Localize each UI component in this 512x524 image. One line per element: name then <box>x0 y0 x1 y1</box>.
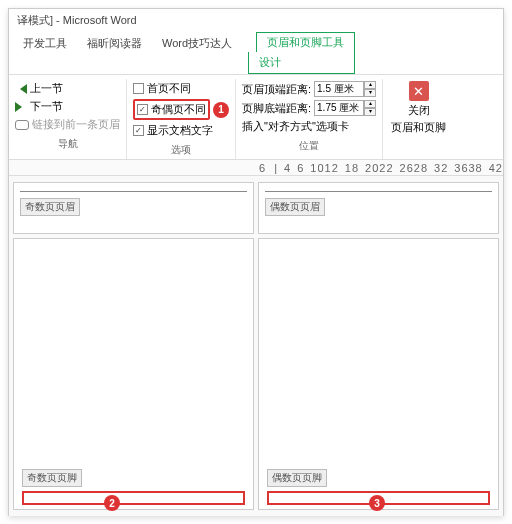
spin-up-icon[interactable]: ▴ <box>364 100 376 108</box>
tab-design[interactable]: 设计 <box>248 52 355 74</box>
callout-3: 3 <box>369 495 385 511</box>
link-previous-button[interactable]: 链接到前一条页眉 <box>15 117 120 132</box>
callout-1: 1 <box>213 102 229 118</box>
tab-dev[interactable]: 开发工具 <box>13 32 77 74</box>
group-label-nav: 导航 <box>15 137 120 151</box>
spin-down-icon[interactable]: ▾ <box>364 89 376 97</box>
checkbox-checked-icon: ✓ <box>137 104 148 115</box>
even-page-column: 偶数页页眉 偶数页页脚 3 <box>258 182 499 510</box>
odd-header-tag: 奇数页页眉 <box>20 198 80 216</box>
context-tab-title: 页眉和页脚工具 <box>256 32 355 52</box>
header-top-spinner[interactable]: ▴▾ <box>314 81 376 97</box>
close-group: ✕ 关闭 页眉和页脚 <box>385 79 452 159</box>
arrow-left-icon <box>15 84 27 94</box>
ruler: 8 6 4|461012182022262832363842 <box>9 160 503 176</box>
close-button[interactable]: ✕ <box>409 81 429 101</box>
next-section-button[interactable]: 下一节 <box>15 99 120 114</box>
odd-footer-highlight <box>22 491 245 505</box>
group-options: 首页不同 ✓奇偶页不同 1 ✓显示文档文字 选项 <box>129 79 236 159</box>
checkbox-icon <box>133 83 144 94</box>
group-position: 页眉顶端距离: ▴▾ 页脚底端距离: ▴▾ 插入"对齐方式"选项卡 位置 <box>238 79 383 159</box>
link-icon <box>15 120 29 130</box>
show-text-checkbox[interactable]: ✓显示文档文字 <box>133 123 229 138</box>
group-label-options: 选项 <box>133 143 229 157</box>
tab-tips[interactable]: Word技巧达人 <box>152 32 242 74</box>
even-page-header[interactable]: 偶数页页眉 <box>258 182 499 234</box>
odd-footer-tag: 奇数页页脚 <box>22 469 82 487</box>
insert-align-tab-button[interactable]: 插入"对齐方式"选项卡 <box>242 119 376 134</box>
odd-page-header[interactable]: 奇数页页眉 <box>13 182 254 234</box>
page-area: 奇数页页眉 奇数页页脚 2 偶数页页眉 偶数页页脚 3 <box>9 176 503 516</box>
ribbon-tabs: 开发工具 福昕阅读器 Word技巧达人 页眉和页脚工具 设计 <box>9 32 503 75</box>
prev-section-button[interactable]: 上一节 <box>15 81 120 96</box>
word-window: 译模式] - Microsoft Word 开发工具 福昕阅读器 Word技巧达… <box>8 8 504 516</box>
checkbox-checked-icon: ✓ <box>133 125 144 136</box>
spin-up-icon[interactable]: ▴ <box>364 81 376 89</box>
close-label1: 关闭 <box>408 103 430 118</box>
odd-even-diff-checkbox[interactable]: ✓奇偶页不同 <box>133 99 210 120</box>
even-page-body[interactable]: 偶数页页脚 3 <box>258 238 499 510</box>
tab-foxit[interactable]: 福昕阅读器 <box>77 32 152 74</box>
ribbon: 上一节 下一节 链接到前一条页眉 导航 首页不同 ✓奇偶页不同 1 ✓显示文档文… <box>9 75 503 160</box>
odd-page-column: 奇数页页眉 奇数页页脚 2 <box>13 182 254 510</box>
odd-page-body[interactable]: 奇数页页脚 2 <box>13 238 254 510</box>
close-label2: 页眉和页脚 <box>391 120 446 135</box>
group-label-position: 位置 <box>242 139 376 153</box>
spin-down-icon[interactable]: ▾ <box>364 108 376 116</box>
group-nav: 上一节 下一节 链接到前一条页眉 导航 <box>11 79 127 159</box>
callout-2: 2 <box>104 495 120 511</box>
footer-bottom-spinner[interactable]: ▴▾ <box>314 100 376 116</box>
arrow-right-icon <box>15 102 27 112</box>
first-page-diff-checkbox[interactable]: 首页不同 <box>133 81 229 96</box>
footer-bottom-row: 页脚底端距离: ▴▾ <box>242 100 376 116</box>
header-top-row: 页眉顶端距离: ▴▾ <box>242 81 376 97</box>
window-title: 译模式] - Microsoft Word <box>9 9 503 32</box>
even-footer-tag: 偶数页页脚 <box>267 469 327 487</box>
odd-even-row: ✓奇偶页不同 1 <box>133 99 229 120</box>
even-header-tag: 偶数页页眉 <box>265 198 325 216</box>
